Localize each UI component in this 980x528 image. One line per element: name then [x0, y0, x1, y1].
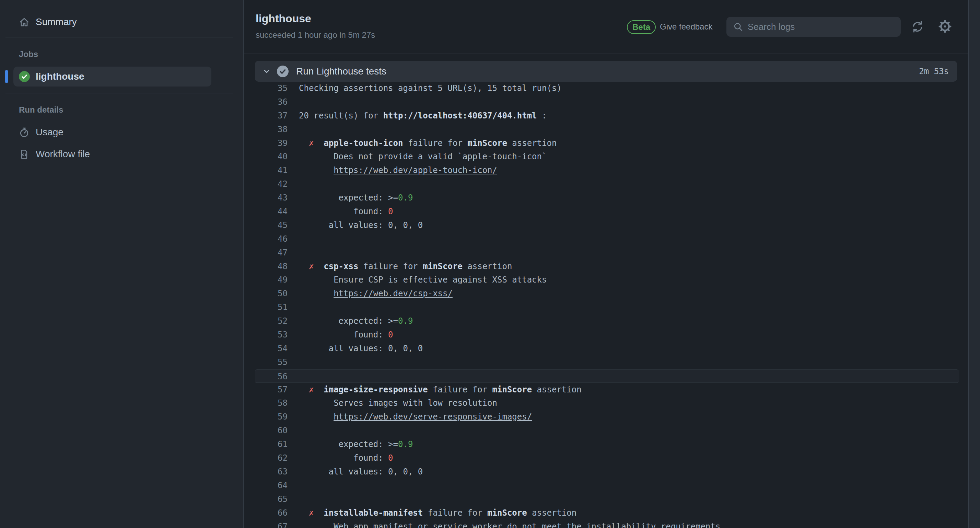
log-line: 59 https://web.dev/serve-responsive-imag…	[255, 410, 959, 424]
log-line-text: ✗ apple-touch-icon failure for minScore …	[299, 137, 557, 150]
log-line: 56	[255, 369, 959, 383]
give-feedback-link[interactable]: Give feedback	[660, 22, 712, 32]
log-line: 50 https://web.dev/csp-xss/	[255, 287, 959, 301]
page-title: lighthouse	[256, 12, 311, 25]
header-divider	[244, 54, 968, 54]
log-line: 57 ✗ image-size-responsive failure for m…	[255, 383, 959, 397]
sidebar-divider	[5, 93, 233, 93]
log-line-number[interactable]: 54	[255, 342, 288, 356]
log-line-number[interactable]: 66	[255, 506, 288, 520]
log-line: 66 ✗ installable-manifest failure for mi…	[255, 506, 959, 520]
log-line-number[interactable]: 46	[255, 233, 288, 246]
scrollbar-track[interactable]	[968, 0, 980, 528]
log-link[interactable]: https://web.dev/serve-responsive-images/	[334, 412, 532, 421]
log-line-number[interactable]: 67	[255, 520, 288, 528]
log-line: 45 all values: 0, 0, 0	[255, 219, 959, 233]
log-line-text: all values: 0, 0, 0	[299, 465, 423, 479]
sidebar-item-summary[interactable]: Summary	[13, 14, 212, 30]
log-line-number[interactable]: 39	[255, 137, 288, 150]
search-logs-input[interactable]	[748, 22, 897, 32]
log-line-text: expected: >=0.9	[299, 191, 413, 205]
log-line-number[interactable]: 65	[255, 493, 288, 506]
log-line-text: Checking assertions against 5 URL(s), 15…	[299, 82, 562, 96]
log-line: 38	[255, 123, 959, 137]
log-line-number[interactable]: 36	[255, 96, 288, 109]
log-line-number[interactable]: 49	[255, 273, 288, 287]
log-line-text: https://web.dev/serve-responsive-images/	[299, 410, 532, 424]
chevron-down-icon[interactable]	[262, 67, 271, 75]
log-line: 61 expected: >=0.9	[255, 438, 959, 451]
log-line-number[interactable]: 44	[255, 205, 288, 219]
log-line: 42	[255, 177, 959, 191]
log-line-number[interactable]: 41	[255, 164, 288, 177]
log-line: 39 ✗ apple-touch-icon failure for minSco…	[255, 137, 959, 150]
log-line-number[interactable]: 59	[255, 410, 288, 424]
log-line-number[interactable]: 63	[255, 465, 288, 479]
job-name: lighthouse	[36, 71, 84, 82]
log-line-text: Ensure CSP is effective against XSS atta…	[299, 273, 547, 287]
actions-job-log-page: Summary Jobs lighthouse Run details	[0, 0, 980, 528]
log-line-text: found: 0	[299, 451, 393, 465]
run-status-text: succeeded 1 hour ago in 5m 27s	[256, 30, 375, 40]
jobs-section-label: Jobs	[19, 49, 38, 59]
log-line-number[interactable]: 60	[255, 424, 288, 438]
step-name: Run Lighthouse tests	[296, 66, 387, 77]
log-viewer: 35Checking assertions against 5 URL(s), …	[255, 82, 959, 528]
log-line: 48 ✗ csp-xss failure for minScore assert…	[255, 260, 959, 274]
search-logs-box	[726, 17, 901, 37]
run-details-section-label: Run details	[19, 105, 63, 115]
log-line-number[interactable]: 50	[255, 287, 288, 301]
log-link[interactable]: https://web.dev/apple-touch-icon/	[334, 166, 497, 175]
log-line: 35Checking assertions against 5 URL(s), …	[255, 82, 959, 96]
log-line: 41 https://web.dev/apple-touch-icon/	[255, 164, 959, 177]
log-line-number[interactable]: 62	[255, 451, 288, 465]
log-line: 64	[255, 479, 959, 493]
log-line-number[interactable]: 45	[255, 219, 288, 233]
log-line: 36	[255, 96, 959, 109]
log-line: 44 found: 0	[255, 205, 959, 219]
log-settings-button[interactable]	[939, 20, 951, 33]
log-link[interactable]: https://web.dev/csp-xss/	[334, 289, 453, 298]
log-line-number[interactable]: 58	[255, 397, 288, 410]
log-line-number[interactable]: 37	[255, 109, 288, 123]
log-line-text: Serves images with low resolution	[299, 397, 497, 410]
log-line-number[interactable]: 55	[255, 356, 288, 369]
main-panel: lighthouse succeeded 1 hour ago in 5m 27…	[244, 0, 980, 528]
log-line: 62 found: 0	[255, 451, 959, 465]
log-line-text: expected: >=0.9	[299, 438, 413, 451]
log-line-number[interactable]: 57	[255, 383, 288, 397]
log-line: 3720 result(s) for http://localhost:4063…	[255, 109, 959, 123]
refresh-logs-button[interactable]	[912, 21, 924, 33]
log-line: 47	[255, 246, 959, 260]
sidebar-item-label: Usage	[36, 127, 64, 138]
log-line-number[interactable]: 64	[255, 479, 288, 493]
log-line-text: all values: 0, 0, 0	[299, 219, 423, 233]
log-line-text: found: 0	[299, 205, 393, 219]
gear-icon	[939, 20, 951, 33]
log-line-number[interactable]: 61	[255, 438, 288, 451]
log-line: 53 found: 0	[255, 328, 959, 342]
log-line-number[interactable]: 42	[255, 177, 288, 191]
step-run-lighthouse-tests[interactable]: Run Lighthouse tests 2m 53s	[255, 61, 957, 82]
log-line-number[interactable]: 43	[255, 191, 288, 205]
sidebar-item-usage[interactable]: Usage	[13, 124, 212, 140]
log-line-text: found: 0	[299, 328, 393, 342]
log-line-number[interactable]: 40	[255, 150, 288, 164]
stopwatch-icon	[19, 127, 30, 138]
log-line-number[interactable]: 48	[255, 260, 288, 274]
log-line-text: https://web.dev/apple-touch-icon/	[299, 164, 497, 177]
log-line: 51	[255, 301, 959, 314]
log-line-number[interactable]: 51	[255, 301, 288, 314]
log-line-number[interactable]: 53	[255, 328, 288, 342]
sidebar-job-lighthouse[interactable]: lighthouse	[13, 67, 212, 86]
log-line: 65	[255, 493, 959, 506]
log-line-number[interactable]: 52	[255, 314, 288, 328]
log-line-number[interactable]: 38	[255, 123, 288, 137]
active-job-indicator	[5, 70, 8, 83]
sidebar: Summary Jobs lighthouse Run details	[0, 0, 244, 528]
sidebar-item-workflow-file[interactable]: Workflow file	[13, 146, 212, 163]
log-line: 54 all values: 0, 0, 0	[255, 342, 959, 356]
log-line-number[interactable]: 35	[255, 82, 288, 96]
log-line-number[interactable]: 47	[255, 246, 288, 260]
log-line-number[interactable]: 56	[255, 370, 288, 383]
